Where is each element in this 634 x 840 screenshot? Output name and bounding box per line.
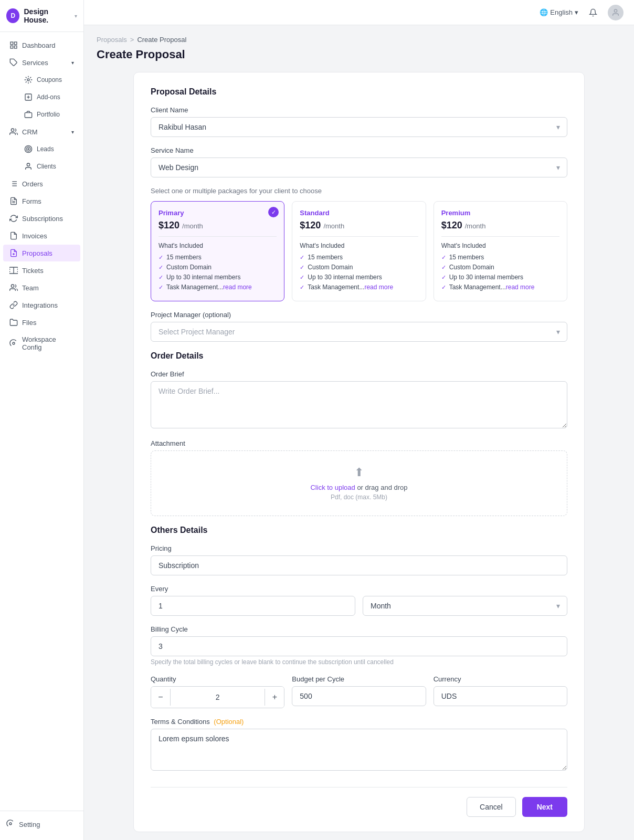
quantity-field: Quantity − 2 +: [151, 675, 284, 708]
sidebar-item-label: Clients: [37, 163, 56, 170]
pkg-feature: ✓15 members: [158, 254, 277, 261]
service-name-group: Service Name Web Design: [151, 146, 567, 177]
next-button[interactable]: Next: [522, 797, 567, 817]
notification-bell[interactable]: [585, 4, 601, 21]
order-brief-label: Order Brief: [151, 370, 567, 378]
file-text-icon: [9, 197, 18, 205]
read-more-link[interactable]: read more: [364, 284, 393, 291]
sidebar-item-proposals[interactable]: Proposals: [3, 245, 80, 261]
currency-input[interactable]: [434, 686, 567, 706]
breadcrumb-parent[interactable]: Proposals: [97, 36, 127, 44]
breadcrumb-current: Create Proposal: [137, 36, 186, 44]
client-name-select[interactable]: Rakibul Hasan: [151, 117, 567, 137]
invoice-icon: [9, 232, 18, 240]
crm-submenu: Leads Clients: [0, 141, 83, 175]
sidebar-item-orders[interactable]: Orders: [3, 175, 80, 192]
logo-icon: D: [6, 8, 19, 23]
sidebar-item-portfolio[interactable]: Portfolio: [18, 106, 80, 123]
sidebar-item-tickets[interactable]: Tickets: [3, 262, 80, 279]
logo-chevron-icon: ▾: [75, 13, 77, 19]
quantity-increase-button[interactable]: +: [265, 687, 284, 708]
pkg-feature: ✓Up to 30 internal members: [158, 274, 277, 281]
list-icon: [9, 180, 18, 188]
upload-dropzone[interactable]: ⬆ Click to upload or drag and drop Pdf, …: [151, 450, 567, 516]
packages-grid: ✓ Primary $120 /month What's Included ✓1…: [151, 201, 567, 301]
budget-input[interactable]: [292, 686, 426, 706]
upload-link[interactable]: Click to upload: [310, 484, 355, 491]
svg-point-13: [28, 149, 29, 150]
sidebar-item-label: Team: [22, 284, 39, 292]
services-submenu: Coupons Add-ons Portfolio: [0, 71, 83, 123]
language-label: English: [550, 8, 573, 16]
sidebar-item-label: Subscriptions: [22, 215, 63, 223]
terms-textarea[interactable]: Lorem epsum solores: [151, 729, 567, 771]
sidebar-item-leads[interactable]: Leads: [18, 141, 80, 158]
user-avatar[interactable]: [608, 5, 624, 20]
currency-field: Currency: [434, 675, 567, 708]
sidebar-item-invoices[interactable]: Invoices: [3, 227, 80, 244]
terms-group: Terms & Conditions (Optional) Lorem epsu…: [151, 718, 567, 772]
link-icon: [9, 301, 18, 309]
workspace-icon: [9, 339, 18, 348]
every-number-input[interactable]: [151, 596, 355, 616]
package-premium[interactable]: Premium $120 /month What's Included ✓15 …: [434, 201, 567, 301]
svg-point-29: [614, 9, 617, 12]
sidebar-item-coupons[interactable]: Coupons: [18, 71, 80, 88]
page-content: Proposals > Create Proposal Create Propo…: [84, 25, 634, 840]
sidebar-item-team[interactable]: Team: [3, 279, 80, 296]
client-name-group: Client Name Rakibul Hasan: [151, 106, 567, 137]
sidebar-item-label: Leads: [37, 145, 54, 153]
sidebar-item-clients[interactable]: Clients: [18, 158, 80, 175]
package-name: Standard: [300, 209, 418, 217]
pkg-feature: ✓Task Management...read more: [441, 284, 559, 291]
sidebar-logo[interactable]: D Design House. ▾: [0, 0, 83, 32]
cancel-button[interactable]: Cancel: [467, 797, 516, 817]
every-period-select-wrapper: Month Week Year: [363, 596, 567, 616]
upload-icon: ⬆: [162, 466, 556, 479]
project-manager-select[interactable]: Select Project Manager: [151, 322, 567, 342]
sidebar-item-subscriptions[interactable]: Subscriptions: [3, 210, 80, 227]
sidebar-item-integrations[interactable]: Integrations: [3, 297, 80, 313]
sidebar-item-label: Orders: [22, 180, 43, 188]
refresh-icon: [9, 214, 18, 223]
service-name-select[interactable]: Web Design: [151, 158, 567, 177]
pkg-feature: ✓Up to 30 internal members: [441, 274, 559, 281]
order-brief-textarea[interactable]: [151, 381, 567, 428]
package-primary[interactable]: ✓ Primary $120 /month What's Included ✓1…: [151, 201, 284, 301]
sidebar-item-crm[interactable]: CRM ▾: [3, 123, 80, 140]
sidebar-item-addons[interactable]: Add-ons: [18, 89, 80, 106]
sidebar-item-dashboard[interactable]: Dashboard: [3, 37, 80, 54]
quantity-decrease-button[interactable]: −: [151, 687, 170, 708]
quantity-stepper: − 2 +: [151, 686, 284, 708]
svg-point-12: [26, 147, 30, 151]
service-name-select-wrapper: Web Design: [151, 158, 567, 177]
package-price: $120 /month: [158, 220, 277, 231]
pricing-input[interactable]: [151, 555, 567, 575]
sidebar-item-services[interactable]: Services ▾: [3, 54, 80, 71]
sidebar-item-label: Portfolio: [37, 111, 60, 118]
tag-icon: [9, 58, 18, 67]
sidebar-item-workspace[interactable]: Workspace Config: [3, 331, 80, 355]
quantity-row: Quantity − 2 + Budget per Cycle Currency: [151, 675, 567, 708]
language-selector[interactable]: 🌐 English ▾: [540, 8, 578, 16]
read-more-link[interactable]: read more: [223, 284, 252, 291]
order-details-title: Order Details: [151, 351, 567, 361]
ticket-icon: [24, 76, 33, 84]
upload-hint: Pdf, doc (max. 5Mb): [162, 494, 556, 501]
billing-cycle-input[interactable]: [151, 636, 567, 656]
sidebar-item-label: Services: [22, 59, 48, 67]
sidebar-item-files[interactable]: Files: [3, 314, 80, 331]
chevron-down-icon: ▾: [71, 60, 74, 66]
package-name: Primary: [158, 209, 277, 217]
package-standard[interactable]: Standard $120 /month What's Included ✓15…: [292, 201, 426, 301]
every-period-select[interactable]: Month Week Year: [363, 596, 567, 616]
user-circle-icon: [24, 162, 33, 171]
sidebar-item-forms[interactable]: Forms: [3, 193, 80, 209]
proposal-details-title: Proposal Details: [151, 87, 567, 97]
read-more-link[interactable]: read more: [506, 284, 535, 291]
sidebar-item-setting[interactable]: Setting: [0, 815, 83, 834]
quantity-budget-group: Quantity − 2 + Budget per Cycle Currency: [151, 675, 567, 708]
billing-cycle-label: Billing Cycle: [151, 625, 567, 633]
users-icon: [9, 128, 18, 136]
every-row: Month Week Year: [151, 596, 567, 616]
